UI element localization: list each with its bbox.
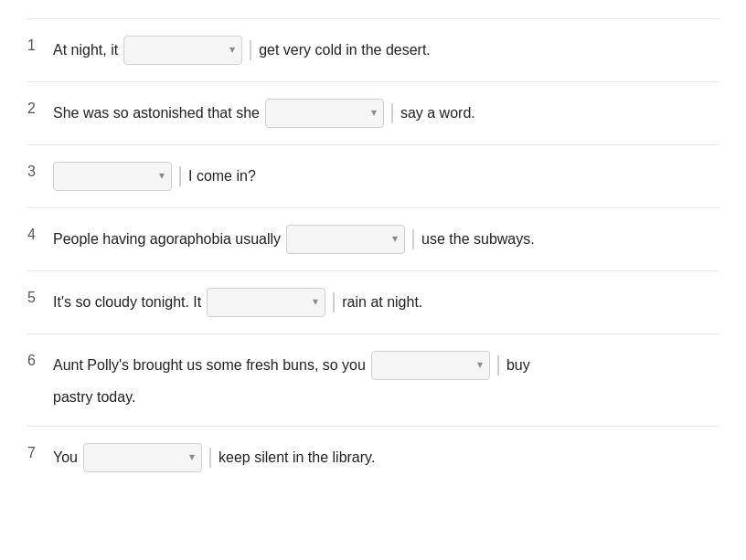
text-before: Aunt Polly's brought us some fresh buns,… — [53, 354, 366, 377]
text-after: rain at night. — [342, 291, 422, 314]
item-content: People having agoraphobia usuallycancan'… — [53, 225, 719, 254]
dropdown-wrapper: cancouldcouldn'tmaymightmustshould▾ — [265, 99, 384, 128]
separator — [391, 103, 393, 123]
text-after: I come in? — [188, 164, 256, 188]
dropdown-wrapper: cancouldmaymightmustshould▾ — [207, 288, 325, 317]
dropdown-wrapper: CanCouldMayMightMustShould▾ — [53, 162, 172, 191]
modal-verb-select-3[interactable]: CanCouldMayMightMustShould — [53, 162, 172, 191]
separator — [412, 229, 414, 249]
modal-verb-select-6[interactable]: cancoulddon't have tomaymightmustneedn't… — [371, 351, 490, 380]
exercise-item: 2She was so astonished that shecancouldc… — [27, 81, 719, 144]
separator — [209, 448, 211, 468]
dropdown-wrapper: cancouldmaymightmustshouldwould▾ — [83, 443, 202, 472]
text-before: You — [53, 446, 78, 470]
exercise-list: 1At night, itcancouldmaymightmustshouldw… — [27, 18, 719, 489]
separator — [333, 292, 335, 312]
text-before: She was so astonished that she — [53, 101, 260, 125]
modal-verb-select-2[interactable]: cancouldcouldn'tmaymightmustshould — [265, 99, 384, 128]
text-before: At night, it — [53, 38, 118, 62]
dropdown-wrapper: cancoulddon't have tomaymightmustneedn't… — [371, 351, 490, 380]
item-number: 2 — [27, 99, 53, 117]
item-content: CanCouldMayMightMustShould▾I come in? — [53, 162, 719, 191]
text-before: It's so cloudy tonight. It — [53, 291, 201, 314]
item-number: 4 — [27, 225, 53, 243]
separator — [497, 355, 499, 375]
modal-verb-select-5[interactable]: cancouldmaymightmustshould — [207, 288, 325, 317]
exercise-item: 5It's so cloudy tonight. Itcancouldmaymi… — [27, 270, 719, 333]
text-after: get very cold in the desert. — [259, 38, 431, 62]
exercise-item: 7Youcancouldmaymightmustshouldwould▾keep… — [27, 426, 719, 489]
item-number: 5 — [27, 288, 53, 306]
text-after: keep silent in the library. — [218, 446, 375, 470]
modal-verb-select-4[interactable]: cancan'tcouldmaymightmustshould — [286, 225, 405, 254]
item-number: 1 — [27, 36, 53, 54]
separator — [250, 40, 251, 60]
item-number: 7 — [27, 443, 53, 461]
item-number: 3 — [27, 162, 53, 180]
exercise-item: 4People having agoraphobia usuallycancan… — [27, 207, 719, 270]
item-content: Aunt Polly's brought us some fresh buns,… — [53, 351, 719, 409]
line-break: pastry today. — [53, 386, 719, 409]
modal-verb-select-1[interactable]: cancouldmaymightmustshouldwould — [123, 36, 242, 65]
item-content: At night, itcancouldmaymightmustshouldwo… — [53, 36, 719, 65]
exercise-item: 6Aunt Polly's brought us some fresh buns… — [27, 333, 719, 426]
text-after: say a word. — [400, 101, 475, 125]
item-number: 6 — [27, 351, 53, 369]
exercise-item: 1At night, itcancouldmaymightmustshouldw… — [27, 18, 719, 81]
dropdown-wrapper: cancan'tcouldmaymightmustshould▾ — [286, 225, 405, 254]
text-after-part1: buy — [506, 354, 530, 377]
text-after-part2: pastry today. — [53, 389, 135, 405]
modal-verb-select-7[interactable]: cancouldmaymightmustshouldwould — [83, 443, 202, 472]
item-content: She was so astonished that shecancouldco… — [53, 99, 719, 128]
text-before: People having agoraphobia usually — [53, 227, 281, 251]
item-content: It's so cloudy tonight. Itcancouldmaymig… — [53, 288, 719, 317]
separator — [179, 166, 181, 186]
exercise-item: 3CanCouldMayMightMustShould▾I come in? — [27, 144, 719, 207]
item-content: Youcancouldmaymightmustshouldwould▾keep … — [53, 443, 719, 472]
dropdown-wrapper: cancouldmaymightmustshouldwould▾ — [123, 36, 242, 65]
text-after: use the subways. — [421, 227, 535, 251]
